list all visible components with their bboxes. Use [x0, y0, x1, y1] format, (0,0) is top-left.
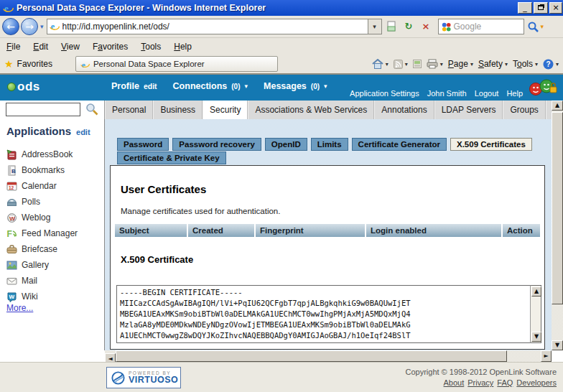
about-link[interactable]: About	[444, 378, 465, 387]
search-options-dropdown[interactable]: ▾	[541, 23, 544, 30]
feeds-button[interactable]: ▾	[394, 60, 408, 69]
stop-button[interactable]: ×	[419, 19, 434, 34]
menu-file[interactable]: File	[0, 42, 27, 52]
privacy-link[interactable]: Privacy	[467, 378, 493, 387]
sidebar-item-briefcase[interactable]: Briefcase	[6, 241, 78, 257]
safety-menu-button[interactable]: Safety ▾	[478, 59, 508, 69]
application-settings-link[interactable]: Application Settings	[350, 89, 419, 98]
menu-help[interactable]: Help	[167, 42, 198, 52]
tab-annotations[interactable]: Annotations	[374, 101, 434, 119]
user-name-link[interactable]: John Smith	[427, 89, 467, 98]
scroll-down-icon[interactable]: ▼	[552, 340, 563, 350]
help-button[interactable]: ? ▾	[543, 59, 559, 70]
search-box[interactable]: Google	[438, 19, 524, 34]
faq-link[interactable]: FAQ	[497, 378, 513, 387]
tab-personal[interactable]: Personal	[105, 101, 153, 119]
developers-link[interactable]: Developers	[516, 378, 557, 387]
scroll-up-icon[interactable]: ▲	[531, 286, 541, 297]
help-link[interactable]: Help	[506, 89, 523, 98]
tab-acl-sharing[interactable]: ACL Shari	[546, 101, 552, 119]
vertical-scrollbar[interactable]: ▲ ▼	[552, 101, 563, 350]
tab-security[interactable]: Security	[203, 101, 248, 119]
virtuoso-logo-icon	[111, 370, 126, 386]
menu-view[interactable]: View	[55, 42, 86, 52]
scroll-right-icon[interactable]: ►	[541, 350, 552, 362]
recent-pages-dropdown[interactable]: ▾	[40, 23, 44, 30]
horizontal-scrollbar[interactable]: ◄ ►	[105, 350, 552, 362]
window-title: Personal Data Space Explorer - Windows I…	[17, 3, 266, 13]
refresh-button[interactable]: ↻	[401, 19, 417, 34]
url-history-dropdown[interactable]: ▾	[368, 19, 382, 34]
compatibility-view-button[interactable]	[384, 19, 399, 34]
briefcase-icon	[6, 244, 17, 255]
calendar-icon: 12	[6, 181, 17, 192]
ods-logo[interactable]: ods	[7, 80, 40, 94]
subtab-x509-certificates[interactable]: X.509 Certificates	[450, 138, 532, 151]
back-button[interactable]: ←	[2, 18, 19, 35]
sidebar-search-input[interactable]	[6, 103, 80, 116]
connections-link[interactable]: Connections	[173, 81, 228, 91]
subtab-certificate-private-key[interactable]: Certificate & Private Key	[117, 151, 226, 164]
subtab-limits[interactable]: Limits	[311, 138, 348, 151]
sidebar-item-calendar[interactable]: 12 Calendar	[6, 178, 78, 194]
tab-ldap-servers[interactable]: LDAP Servers	[434, 101, 503, 119]
subtab-password-recovery[interactable]: Password recovery	[172, 138, 261, 151]
forward-button[interactable]: →	[21, 18, 38, 35]
home-button[interactable]: ▾	[372, 59, 388, 69]
url-field[interactable]: e http://id.myopenlink.net/ods/	[47, 19, 368, 34]
profile-edit-link[interactable]: edit	[144, 82, 157, 90]
subtab-certificate-generator[interactable]: Certificate Generator	[352, 138, 447, 151]
messages-link[interactable]: Messages	[264, 81, 307, 91]
sidebar-item-mail[interactable]: Mail	[6, 273, 78, 289]
search-magnifier-icon[interactable]	[527, 21, 539, 33]
vertical-scrollbar-thumb[interactable]	[552, 112, 563, 304]
sidebar-search-icon[interactable]	[85, 102, 99, 116]
tab-associations-web-services[interactable]: Associations & Web Services	[248, 101, 374, 119]
sidebar-item-wiki[interactable]: W Wiki	[6, 289, 78, 304]
chevron-down-icon[interactable]: ▾	[324, 83, 327, 90]
sidebar-item-feed-manager[interactable]: F Feed Manager	[6, 225, 78, 241]
print-button[interactable]: ▾	[427, 59, 443, 69]
menu-tools[interactable]: Tools	[134, 42, 167, 52]
certificate-textarea[interactable]: -----BEGIN CERTIFICATE----- MIICazCCAdSg…	[116, 285, 530, 343]
logout-link[interactable]: Logout	[475, 89, 499, 98]
minimize-button[interactable]: _	[518, 2, 532, 14]
subtab-openid[interactable]: OpenID	[265, 138, 307, 151]
certificate-section-title: X.509 Certificate	[121, 254, 544, 265]
weblog-icon: W	[6, 213, 17, 223]
sidebar-item-weblog[interactable]: W Weblog	[6, 210, 78, 225]
ie-logo-icon: e	[3, 3, 14, 14]
close-button[interactable]: ×	[549, 2, 562, 14]
virtuoso-badge[interactable]: POWERED BY VIRTUOSO	[106, 367, 181, 388]
favorites-button[interactable]: Favorites	[17, 59, 52, 69]
sidebar-item-bookmarks[interactable]: B Bookmarks	[6, 162, 78, 178]
url-text: http://id.myopenlink.net/ods/	[62, 22, 169, 32]
more-link[interactable]: More...	[6, 303, 33, 313]
column-action: Action	[503, 224, 540, 237]
applications-sidebar: Applications edit AddressBook B Bookmark…	[0, 119, 104, 362]
sidebar-item-gallery[interactable]: Gallery	[6, 257, 78, 273]
scroll-up-icon[interactable]: ▲	[552, 101, 563, 111]
horizontal-scrollbar-thumb[interactable]	[116, 350, 507, 362]
maximize-button[interactable]	[534, 2, 548, 14]
profile-link[interactable]: Profile	[111, 81, 139, 91]
subtab-password[interactable]: Password	[117, 138, 169, 151]
web-slice-button[interactable]	[413, 60, 422, 68]
certificate-textarea-scrollbar[interactable]: ▲ ▼	[530, 285, 541, 343]
favorites-star-icon[interactable]: ★	[4, 58, 14, 70]
tab-business[interactable]: Business	[153, 101, 203, 119]
scroll-down-icon[interactable]: ▼	[531, 332, 541, 342]
menu-edit[interactable]: Edit	[27, 42, 55, 52]
page-tab[interactable]: e Personal Data Space Explorer	[75, 56, 278, 72]
tools-menu-button[interactable]: Tools ▾	[513, 59, 538, 69]
ods-header: ods Profile edit Connections (0) ▾ Messa…	[0, 75, 563, 101]
ods-logo-text: ods	[17, 80, 40, 94]
chevron-down-icon[interactable]: ▾	[245, 83, 248, 90]
menu-favorites[interactable]: Favorites	[86, 42, 134, 52]
sidebar-item-polls[interactable]: Polls	[6, 194, 78, 210]
tab-groups[interactable]: Groups	[503, 101, 545, 119]
sidebar-item-addressbook[interactable]: AddressBook	[6, 146, 78, 162]
page-menu-button[interactable]: Page ▾	[448, 59, 473, 69]
page-favicon-ie-icon: e	[50, 22, 60, 32]
applications-edit-link[interactable]: edit	[76, 128, 90, 136]
